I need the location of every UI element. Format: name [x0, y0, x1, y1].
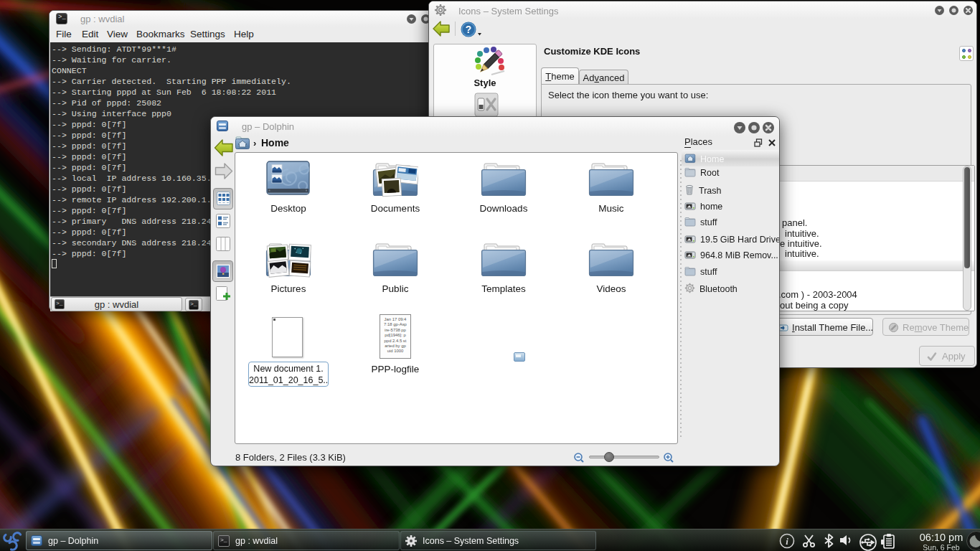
svg-text:i: i	[786, 536, 788, 547]
svg-text:?: ?	[466, 24, 472, 35]
